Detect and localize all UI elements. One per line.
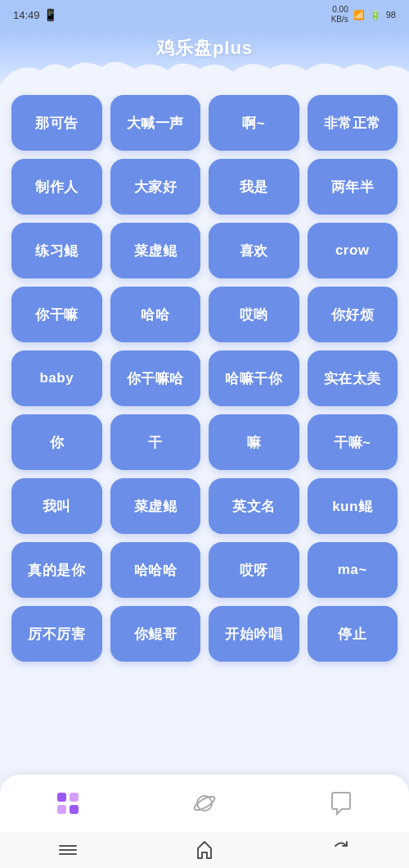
- status-time: 14:49: [13, 9, 40, 21]
- sound-button-36[interactable]: 停止: [308, 606, 398, 662]
- sound-button-17[interactable]: baby: [11, 350, 102, 406]
- sound-button-6[interactable]: 大家好: [110, 159, 201, 215]
- sound-button-33[interactable]: 厉不厉害: [11, 606, 102, 662]
- network-speed: 0.00KB/s: [331, 5, 348, 25]
- back-button[interactable]: [52, 839, 84, 861]
- status-right: 0.00KB/s 📶 🔋 98: [331, 5, 396, 25]
- sound-button-10[interactable]: 菜虚鲲: [110, 223, 201, 278]
- status-bar: 14:49 📱 0.00KB/s 📶 🔋 98: [0, 0, 409, 29]
- recent-button[interactable]: [325, 839, 357, 861]
- sound-button-20[interactable]: 实在太美: [308, 350, 398, 406]
- sound-button-27[interactable]: 英文名: [209, 478, 299, 534]
- bubble-icon: [328, 790, 354, 816]
- bottom-nav: [0, 775, 409, 832]
- sound-button-2[interactable]: 大喊一声: [110, 95, 201, 151]
- sound-button-19[interactable]: 哈嘛干你: [209, 350, 299, 406]
- app-header: 鸡乐盘plus: [0, 29, 409, 85]
- sound-button-23[interactable]: 嘛: [209, 414, 299, 470]
- battery-icon: 🔋: [370, 10, 381, 20]
- button-grid: 那可告大喊一声啊~非常正常制作人大家好我是两年半练习鲲菜虚鲲喜欢crow你干嘛哈…: [11, 95, 398, 662]
- sound-button-29[interactable]: 真的是你: [11, 542, 102, 598]
- sound-button-24[interactable]: 干嘛~: [308, 414, 398, 470]
- sound-button-34[interactable]: 你鲲哥: [110, 606, 201, 662]
- sound-button-21[interactable]: 你: [11, 414, 102, 470]
- nav-item-chat[interactable]: [272, 775, 409, 832]
- status-icon1: 📱: [43, 8, 57, 21]
- system-nav-bar: [0, 832, 409, 868]
- planet-icon: [191, 790, 218, 816]
- sound-button-25[interactable]: 我叫: [11, 478, 102, 534]
- sound-button-8[interactable]: 两年半: [308, 159, 398, 215]
- sound-button-32[interactable]: ma~: [308, 542, 398, 598]
- sound-button-7[interactable]: 我是: [209, 159, 299, 215]
- sound-button-22[interactable]: 干: [110, 414, 201, 470]
- svg-point-5: [192, 794, 216, 813]
- wifi-icon: 📶: [353, 10, 365, 20]
- sound-button-11[interactable]: 喜欢: [209, 223, 299, 278]
- sound-button-18[interactable]: 你干嘛哈: [110, 350, 201, 406]
- grid-icon: [55, 790, 81, 816]
- sound-button-30[interactable]: 哈哈哈: [110, 542, 201, 598]
- sound-button-4[interactable]: 非常正常: [308, 95, 398, 151]
- sound-button-5[interactable]: 制作人: [11, 159, 102, 215]
- sound-button-28[interactable]: kun鲲: [308, 478, 398, 534]
- sound-button-12[interactable]: crow: [308, 223, 398, 278]
- svg-rect-1: [70, 793, 79, 802]
- sound-button-31[interactable]: 哎呀: [209, 542, 299, 598]
- sound-button-15[interactable]: 哎哟: [209, 287, 299, 342]
- sound-button-1[interactable]: 那可告: [11, 95, 102, 151]
- sound-button-14[interactable]: 哈哈: [110, 287, 201, 342]
- cloud-decoration: [0, 57, 409, 85]
- sound-button-26[interactable]: 菜虚鲲: [110, 478, 201, 534]
- sound-button-13[interactable]: 你干嘛: [11, 287, 102, 342]
- svg-rect-3: [70, 805, 79, 814]
- sound-button-9[interactable]: 练习鲲: [11, 223, 102, 278]
- svg-rect-0: [57, 793, 66, 802]
- sound-button-16[interactable]: 你好烦: [308, 287, 398, 342]
- status-left: 14:49 📱: [13, 8, 57, 21]
- sound-button-3[interactable]: 啊~: [209, 95, 299, 151]
- home-button[interactable]: [188, 839, 221, 861]
- svg-rect-2: [57, 805, 66, 814]
- nav-item-explore[interactable]: [137, 775, 273, 832]
- sound-button-35[interactable]: 开始吟唱: [209, 606, 299, 662]
- button-scroll-area: 那可告大喊一声啊~非常正常制作人大家好我是两年半练习鲲菜虚鲲喜欢crow你干嘛哈…: [0, 85, 409, 766]
- nav-item-home[interactable]: [0, 775, 137, 832]
- battery-level: 98: [386, 10, 396, 20]
